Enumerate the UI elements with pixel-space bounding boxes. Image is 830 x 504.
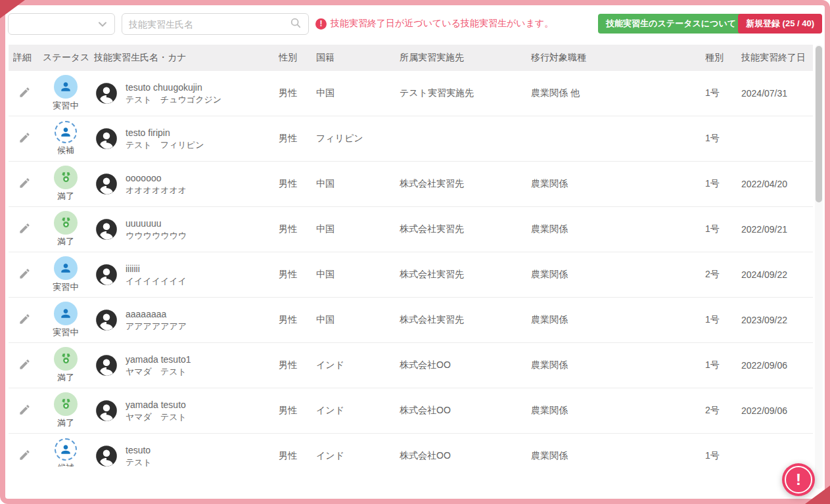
status-icon	[54, 211, 78, 235]
table-row: 満了 uuuuuuu ウウウウウウウ 男性 中国 株式会社実習先 農業関係 1号…	[9, 207, 813, 252]
status-label: 実習中	[53, 327, 79, 338]
avatar	[94, 353, 119, 378]
job-cell: 農業関係	[531, 178, 705, 190]
trainee-name: yamada tesuto	[126, 399, 187, 411]
header-type: 種別	[705, 52, 741, 64]
workplace-cell: 株式会社OO	[400, 359, 531, 371]
gender-cell: 男性	[279, 405, 316, 417]
exclamation-icon: !	[796, 472, 801, 488]
table-row: 候補 tesuto テスト 男性 インド 株式会社OO 農業関係 1号	[9, 434, 813, 467]
status-icon	[54, 302, 78, 325]
gender-cell: 男性	[279, 314, 316, 326]
status-filter-dropdown[interactable]	[8, 13, 115, 35]
trainee-name: tesuto chuugokujin	[126, 81, 221, 94]
end-date-cell: 2022/09/21	[741, 224, 813, 235]
header-job: 移行対象職種	[531, 52, 705, 64]
avatar	[94, 81, 119, 106]
alert-floating-button[interactable]: !	[782, 463, 815, 496]
header-status: ステータス	[43, 52, 94, 64]
nationality-cell: インド	[316, 359, 400, 371]
header-nationality: 国籍	[316, 52, 400, 64]
edit-pencil-icon[interactable]	[18, 86, 31, 99]
new-registration-button[interactable]: 新規登録 (25 / 40)	[738, 14, 822, 34]
trainee-name: uuuuuuu	[126, 218, 187, 230]
nationality-cell: 中国	[316, 87, 400, 99]
workplace-cell: 株式会社実習先	[400, 178, 531, 190]
table-row: 実習中 iiiiiii イイイイイイイ 男性 中国 株式会社実習先 農業関係 2…	[9, 252, 813, 298]
table-row: 満了 yamada tesuto1 ヤマダ テスト 男性 インド 株式会社OO …	[9, 343, 813, 388]
table-header: 詳細 ステータス 技能実習生氏名・カナ 性別 国籍 所属実習実施先 移行対象職種…	[9, 45, 813, 71]
search-input[interactable]	[129, 19, 290, 30]
workplace-cell: 株式会社OO	[400, 405, 531, 417]
job-cell: 農業関係	[531, 359, 705, 371]
status-icon	[54, 392, 78, 416]
gender-cell: 男性	[279, 133, 316, 145]
end-date-cell: 2024/07/31	[741, 88, 813, 99]
workplace-cell: テスト実習実施先	[400, 87, 531, 99]
nationality-cell: 中国	[316, 269, 400, 281]
status-icon	[54, 256, 78, 280]
trainee-kana: テスト	[126, 457, 152, 467]
avatar	[94, 308, 119, 332]
trainee-kana: ヤマダ テスト	[126, 366, 191, 378]
status-label: 満了	[57, 236, 74, 248]
edit-pencil-icon[interactable]	[18, 449, 31, 461]
avatar	[94, 217, 119, 242]
edit-pencil-icon[interactable]	[18, 267, 31, 280]
trainee-kana: イイイイイイイ	[126, 275, 187, 287]
alert-icon: !	[315, 18, 327, 30]
edit-pencil-icon[interactable]	[18, 222, 31, 235]
edit-pencil-icon[interactable]	[18, 358, 31, 371]
trainee-name: yamada tesuto1	[126, 354, 191, 366]
trainee-name: tesuto	[126, 444, 152, 457]
header-gender: 性別	[279, 52, 316, 64]
edit-pencil-icon[interactable]	[18, 177, 31, 189]
type-cell: 2号	[705, 405, 741, 417]
table-row: 実習中 aaaaaaaa アアアアアアア 男性 中国 株式会社実習先 農業関係 …	[9, 298, 813, 343]
gender-cell: 男性	[279, 178, 316, 190]
job-cell: 農業関係	[531, 450, 705, 462]
gender-cell: 男性	[279, 223, 316, 235]
table-row: 候補 testo firipin テスト フィリピン 男性 フィリピン 1号	[9, 116, 813, 162]
header-end-date: 技能実習終了日	[741, 52, 813, 64]
status-icon	[54, 166, 78, 189]
type-cell: 1号	[705, 87, 741, 99]
table-row: 満了 yamada tesuto ヤマダ テスト 男性 インド 株式会社OO 農…	[9, 388, 813, 434]
header-name: 技能実習生氏名・カナ	[94, 52, 279, 64]
trainee-kana: ウウウウウウウ	[126, 230, 187, 242]
avatar	[94, 172, 119, 196]
status-icon	[54, 75, 78, 99]
search-icon[interactable]	[290, 17, 302, 32]
avatar	[94, 444, 119, 467]
workplace-cell: 株式会社実習先	[400, 314, 531, 326]
workplace-cell: 株式会社実習先	[400, 269, 531, 281]
job-cell: 農業関係	[531, 314, 705, 326]
chevron-down-icon	[97, 19, 108, 30]
workplace-cell: 株式会社実習先	[400, 223, 531, 235]
nationality-cell: 中国	[316, 223, 400, 235]
end-date-cell: 2022/09/06	[741, 405, 813, 416]
scrollbar-thumb[interactable]	[816, 46, 822, 202]
nationality-cell: インド	[316, 450, 400, 462]
edit-pencil-icon[interactable]	[18, 131, 31, 144]
nationality-cell: フィリピン	[316, 133, 400, 145]
status-icon	[55, 438, 77, 461]
trainee-list-window: ! 技能実習終了日が近づいている技能実習生がいます。 技能実習生のステータスにつ…	[0, 0, 830, 504]
header-detail: 詳細	[13, 52, 43, 64]
status-label: 実習中	[53, 100, 79, 112]
header-workplace: 所属実習実施先	[400, 52, 531, 64]
edit-pencil-icon[interactable]	[18, 313, 31, 325]
trainee-status-info-button[interactable]: 技能実習生のステータスについて	[598, 14, 744, 34]
edit-pencil-icon[interactable]	[18, 403, 31, 416]
status-icon	[54, 347, 78, 371]
status-label: 満了	[57, 417, 74, 429]
avatar	[94, 398, 119, 423]
vertical-scrollbar[interactable]	[815, 45, 823, 489]
end-date-cell: 2022/09/06	[741, 360, 813, 371]
gender-cell: 男性	[279, 269, 316, 281]
type-cell: 1号	[705, 359, 741, 371]
status-label: 満了	[57, 191, 74, 202]
gender-cell: 男性	[279, 359, 316, 371]
workplace-cell: 株式会社OO	[400, 450, 531, 462]
end-date-cell: 2023/09/22	[741, 315, 813, 325]
